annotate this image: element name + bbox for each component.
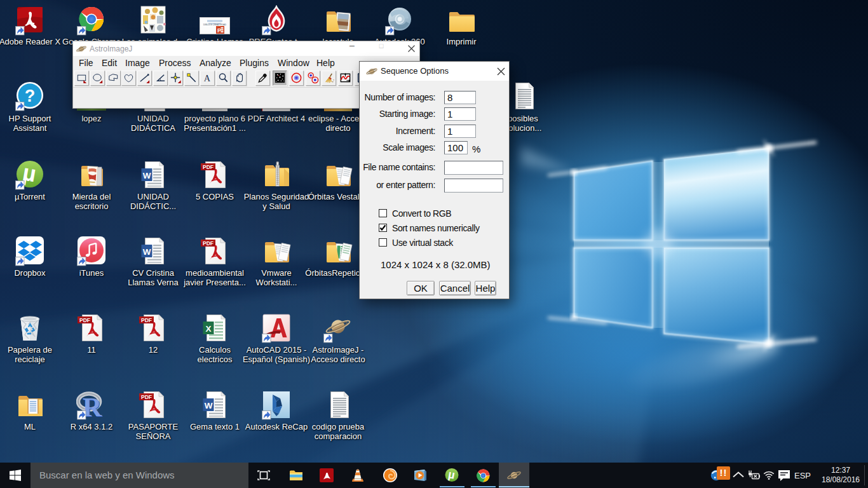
- svg-text:A: A: [204, 73, 211, 83]
